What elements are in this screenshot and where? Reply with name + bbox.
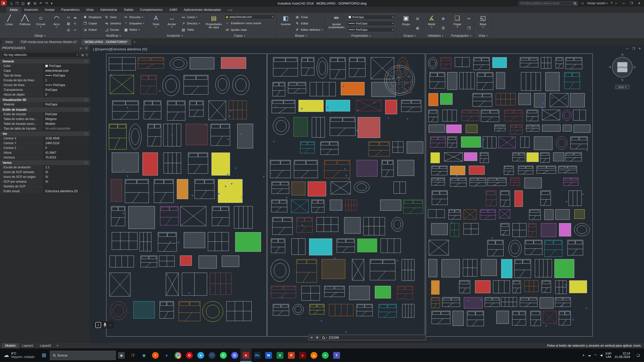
compass-south[interactable]: S bbox=[621, 78, 623, 82]
taskbar-app-photoshop[interactable]: Ps bbox=[252, 348, 263, 362]
panel-label-portapapeles[interactable]: Portapapeles▾ bbox=[448, 33, 474, 38]
palette-menu-icon[interactable]: ☰ bbox=[85, 46, 88, 50]
ribbon-tab-vista[interactable]: Vista bbox=[83, 7, 97, 13]
ribbon-tab-administrar[interactable]: Administrar bbox=[97, 7, 121, 13]
new-layout-button[interactable]: + bbox=[54, 344, 61, 347]
new-file-icon[interactable]: ▯ bbox=[11, 2, 12, 5]
taskbar-app-vlc[interactable]: ▲ bbox=[308, 348, 320, 362]
file-tab-inicio[interactable]: Inicio bbox=[2, 39, 16, 45]
clock[interactable]: 22:1421-05-2024 bbox=[615, 352, 630, 359]
viewport-controls[interactable]: [-][Superior][Estructura alámbrica 2D] bbox=[93, 47, 147, 51]
property-value-estilo-de-trazado[interactable]: PorColor bbox=[43, 112, 90, 116]
donut-icon[interactable]: ◎ bbox=[65, 27, 72, 33]
undo-icon[interactable]: ↶ bbox=[39, 2, 42, 5]
taskbar-app-edge[interactable]: e bbox=[161, 348, 172, 362]
taskbar-app-teams[interactable]: T bbox=[331, 348, 342, 362]
taskbar-app-spotify[interactable]: ≈ bbox=[320, 348, 331, 362]
taskbar-app-steam[interactable]: ◠ bbox=[206, 348, 218, 362]
group-edit-icon[interactable]: ⊠ bbox=[414, 25, 421, 31]
layer-on-icon[interactable]: ◉ bbox=[226, 15, 228, 19]
file-tab-top-media-luna-los-muermos-model-v1[interactable]: TOP-media luna los Muermos-Model v1* bbox=[17, 39, 81, 45]
property-value-grosor-de-linea[interactable]: PorCapa bbox=[43, 83, 90, 87]
panel-label-dibujo[interactable]: Dibujo▾ bbox=[0, 33, 80, 38]
plot-icon[interactable]: ⊟ bbox=[33, 2, 36, 5]
ribbon-button-igualar-capa[interactable]: ⇄Igualar capa bbox=[224, 27, 275, 33]
property-value-estilo-visual[interactable]: Estructura alámbrica 2D bbox=[43, 189, 90, 193]
lineweight-dropdown[interactable]: PorCapa▾ bbox=[347, 27, 395, 32]
ribbon-button-empalme[interactable]: ◜Empalme▾ bbox=[123, 20, 145, 26]
collapse-icon[interactable]: − bbox=[85, 60, 88, 63]
property-value-transparencia[interactable]: PorCapa bbox=[43, 88, 90, 92]
ribbon-tab-insercion[interactable]: Inserción bbox=[21, 7, 42, 13]
taskbar-app-word[interactable]: W bbox=[263, 348, 274, 362]
collapse-icon[interactable]: − bbox=[85, 161, 88, 164]
property-value-altura[interactable]: 41.0847 bbox=[43, 150, 90, 155]
layout-tab-layout1[interactable]: Layout1 bbox=[19, 343, 36, 348]
taskbar-search[interactable]: Buscar bbox=[50, 351, 116, 360]
ungroup-icon[interactable]: ⊟ bbox=[414, 16, 421, 22]
ribbon-button-crear[interactable]: ⊞Crear bbox=[294, 14, 323, 20]
drawing-restore-button[interactable]: ❐ bbox=[632, 47, 635, 50]
help-search-input[interactable] bbox=[520, 2, 572, 5]
tray-chevron-icon[interactable]: ∧ bbox=[582, 353, 585, 357]
section-ver[interactable]: Ver− bbox=[0, 131, 90, 136]
model-space-canvas[interactable] bbox=[90, 45, 644, 342]
property-value-tabla-de-trazado-asoci[interactable]: Modelo bbox=[43, 122, 90, 126]
taskbar-app-chrome[interactable] bbox=[172, 348, 184, 362]
help-menu-icon[interactable]: ▾ bbox=[616, 2, 617, 5]
start-button[interactable]: ⊞ bbox=[38, 348, 50, 362]
autocad-logo-icon[interactable]: A bbox=[1, 1, 7, 6]
qat-menu-icon[interactable]: ▾ bbox=[51, 2, 53, 5]
network-icon[interactable]: ◠ bbox=[594, 353, 597, 357]
cut-icon[interactable]: ✂ bbox=[466, 16, 472, 22]
ribbon-button-propiedades-de-capa[interactable]: ▤Propiedades de capa bbox=[204, 14, 223, 33]
ribbon-tab-aplicaciones-destacadas[interactable]: Aplicaciones destacadas bbox=[180, 7, 224, 13]
minimize-button[interactable]: — bbox=[620, 1, 628, 6]
section-general[interactable]: General− bbox=[0, 59, 90, 64]
property-value-scp-por-ventana[interactable]: Sí bbox=[43, 179, 90, 184]
viewcube-top-face[interactable]: SUPERIOR bbox=[617, 66, 628, 69]
ribbon-button-desplazar[interactable]: ✚Desplazar bbox=[82, 14, 102, 20]
ribbon-tab-anotar[interactable]: Anotar bbox=[41, 7, 58, 13]
ribbon-button-estirar[interactable]: ⇲Estirar bbox=[82, 27, 102, 33]
panel-label-modificar[interactable]: Modificar▾ bbox=[80, 33, 147, 38]
ribbon-button-polilinea[interactable]: ╱╲Polilínea bbox=[18, 14, 32, 33]
collapse-icon[interactable]: − bbox=[85, 98, 88, 101]
ribbon-button-igualar-propiedades[interactable]: ✏Igualar propiedades bbox=[327, 14, 346, 33]
ribbon-button-editar-atributos[interactable]: ✐Editar atributos▾ bbox=[294, 27, 323, 33]
ucs-indicator[interactable]: SCU▾ bbox=[615, 85, 630, 89]
ribbon-button-recortar[interactable]: ✂Recortar▾ bbox=[123, 14, 145, 20]
quick-select-icon[interactable]: ▽ bbox=[86, 53, 88, 57]
ribbon-button-establecer-como-actual[interactable]: ✓Establecer como actual bbox=[224, 20, 275, 26]
property-value-icono-de-scp-activado[interactable]: Sí bbox=[43, 170, 90, 174]
ribbon-button-lineal[interactable]: ↦Lineal▾ bbox=[180, 14, 201, 20]
property-value-altura-de-objeto[interactable]: 0 bbox=[43, 92, 90, 97]
panel-label-capas[interactable]: Capas▾ bbox=[203, 33, 276, 38]
property-value-color[interactable]: PorCapa bbox=[43, 64, 90, 68]
command-bar[interactable]: ✕ ⚙ ▾ ZOOM bbox=[308, 334, 426, 341]
property-value-nombre-de-scp[interactable] bbox=[43, 184, 90, 189]
ribbon-button-grupo[interactable]: ▣Grupo bbox=[399, 14, 413, 33]
weather-widget[interactable]: ☁ 6°C Mayorm. nublado bbox=[0, 348, 38, 362]
taskbar-app-telegram[interactable]: ➤ bbox=[195, 348, 206, 362]
ribbon-tab-a360[interactable]: A360 bbox=[166, 7, 180, 13]
viewcube-compass[interactable]: SUPERIOR N O E S bbox=[607, 52, 637, 82]
ribbon-button-directriz[interactable]: ↗Directriz▾ bbox=[180, 20, 201, 26]
rectangle-icon[interactable]: ▭ bbox=[65, 14, 72, 20]
taskbar-app-firefox[interactable]: f bbox=[150, 348, 161, 362]
compass-east[interactable]: E bbox=[634, 66, 635, 69]
collapse-icon[interactable]: − bbox=[85, 132, 88, 135]
ribbon-tab-parametrico[interactable]: Paramétrico bbox=[58, 7, 83, 13]
drawing-area[interactable]: [-][Superior][Estructura alámbrica 2D] —… bbox=[90, 45, 644, 342]
ribbon-tab-complementos[interactable]: Complementos bbox=[136, 7, 166, 13]
ribbon-button-editar[interactable]: ✎Editar bbox=[294, 20, 323, 26]
drawing-minimize-button[interactable]: — bbox=[626, 47, 629, 50]
collapse-icon[interactable]: − bbox=[85, 108, 88, 111]
viewcube[interactable]: SUPERIOR N O E S SCU▾ bbox=[607, 52, 637, 89]
taskbar-app-discord[interactable]: D bbox=[229, 348, 240, 362]
ribbon-button-copiar[interactable]: ❐Copiar bbox=[82, 20, 102, 26]
quick-calc-icon[interactable]: ☰ bbox=[440, 25, 446, 31]
property-value-tipo-de-tabla-de-trazado[interactable]: No está disponible bbox=[43, 126, 90, 131]
taskbar-app-whatsapp[interactable]: ✆ bbox=[218, 348, 229, 362]
language-indicator[interactable]: ESPLAA bbox=[606, 352, 612, 358]
